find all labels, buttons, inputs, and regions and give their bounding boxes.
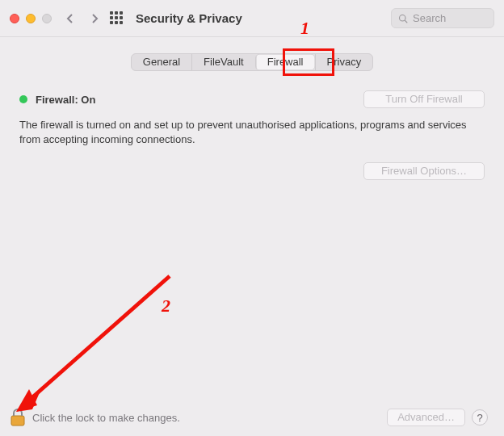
- window-controls: [10, 14, 52, 23]
- status-indicator-icon: [19, 95, 27, 103]
- help-button[interactable]: ?: [472, 409, 488, 426]
- nav-buttons: [63, 11, 102, 26]
- advanced-button[interactable]: Advanced…: [387, 409, 465, 426]
- svg-rect-3: [11, 416, 24, 426]
- page-title: Security & Privacy: [136, 11, 242, 25]
- zoom-button[interactable]: [42, 14, 52, 23]
- svg-point-0: [400, 15, 406, 21]
- tab-bar: General FileVault Firewall Privacy: [19, 53, 485, 71]
- show-all-button[interactable]: [110, 11, 124, 26]
- back-button[interactable]: [63, 11, 78, 26]
- search-placeholder: Search: [413, 12, 446, 24]
- turn-off-firewall-button[interactable]: Turn Off Firewall: [363, 90, 485, 108]
- forward-button[interactable]: [87, 11, 102, 26]
- firewall-options-button[interactable]: Firewall Options…: [363, 162, 485, 180]
- firewall-description: The firewall is turned on and set up to …: [19, 118, 472, 146]
- firewall-status-row: Firewall: On Turn Off Firewall: [19, 90, 485, 108]
- footer: Click the lock to make changes. Advanced…: [0, 399, 504, 436]
- tab-filevault[interactable]: FileVault: [191, 54, 255, 70]
- lock-icon[interactable]: [10, 409, 26, 426]
- firewall-status-label: Firewall: On: [36, 94, 95, 106]
- prefs-window: Security & Privacy Search 1 General File…: [0, 0, 504, 436]
- tab-firewall[interactable]: Firewall: [255, 54, 315, 70]
- minimize-button[interactable]: [26, 14, 36, 23]
- tab-privacy[interactable]: Privacy: [315, 54, 373, 70]
- tab-general[interactable]: General: [132, 54, 191, 70]
- search-input[interactable]: Search: [391, 8, 494, 28]
- search-icon: [398, 14, 408, 23]
- content-panel: 1 General FileVault Firewall Privacy Fir…: [0, 37, 504, 399]
- close-button[interactable]: [10, 14, 19, 23]
- titlebar: Security & Privacy Search: [0, 0, 504, 37]
- lock-message: Click the lock to make changes.: [32, 412, 180, 424]
- svg-line-1: [405, 20, 407, 23]
